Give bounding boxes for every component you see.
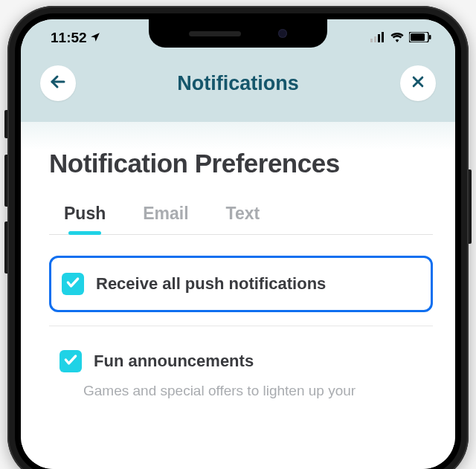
tab-push[interactable]: Push (64, 204, 106, 234)
status-time: 11:52 (51, 30, 87, 46)
side-button (4, 110, 7, 138)
svg-rect-6 (429, 35, 431, 39)
close-icon (411, 74, 425, 92)
check-icon (65, 275, 80, 293)
checkbox-fun[interactable] (60, 350, 82, 372)
notch (149, 19, 327, 48)
phone-frame: 11:52 (7, 6, 469, 469)
arrow-left-icon (49, 73, 67, 94)
screen: 11:52 (21, 19, 455, 469)
header-title: Notifications (177, 72, 299, 95)
option-label: Receive all push notifications (96, 274, 326, 294)
volume-down-button (4, 221, 7, 274)
option-fun-announcements[interactable]: Fun announcements (49, 334, 433, 389)
option-description: Games and special offers to lighten up y… (83, 381, 433, 401)
check-icon (63, 352, 78, 370)
svg-rect-3 (382, 32, 384, 42)
close-button[interactable] (400, 65, 436, 101)
content: Notification Preferences Push Email Text… (21, 122, 455, 469)
power-button (469, 169, 472, 244)
svg-rect-2 (378, 34, 380, 42)
option-label: Fun announcements (94, 352, 254, 371)
volume-up-button (4, 155, 7, 207)
tab-text[interactable]: Text (226, 204, 260, 234)
svg-rect-5 (411, 33, 425, 41)
svg-rect-0 (370, 39, 373, 42)
back-button[interactable] (40, 65, 76, 101)
option-receive-all[interactable]: Receive all push notifications (49, 256, 433, 312)
cellular-icon (370, 30, 385, 46)
checkbox-receive-all[interactable] (62, 273, 84, 295)
location-icon (90, 30, 100, 46)
divider (49, 326, 433, 326)
tabs: Push Email Text (49, 204, 433, 235)
wifi-icon (390, 30, 405, 46)
header: Notifications (21, 56, 455, 122)
page-title: Notification Preferences (49, 149, 433, 178)
battery-icon (409, 30, 431, 46)
tab-email[interactable]: Email (143, 204, 188, 234)
svg-rect-1 (374, 36, 376, 42)
